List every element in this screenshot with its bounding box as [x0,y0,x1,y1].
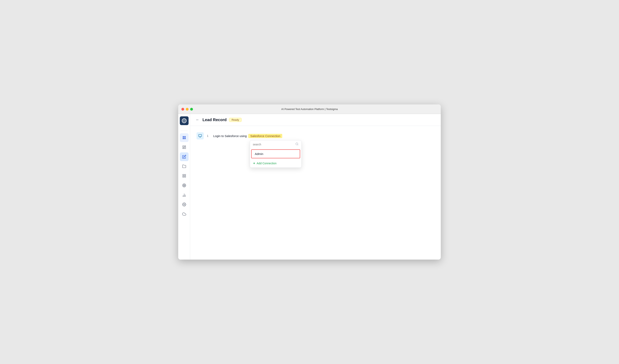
maximize-button[interactable] [190,108,193,111]
step-connection-highlight[interactable]: Salesforce Connection [248,134,282,138]
back-button[interactable]: ← [195,117,200,123]
sidebar-item-analytics[interactable] [180,191,189,199]
page-header: ← Lead Record Ready [190,114,441,126]
sidebar-item-integrations[interactable] [180,210,189,218]
svg-rect-7 [184,176,186,177]
target-icon [182,183,186,187]
minimize-button[interactable] [186,108,189,111]
folder-icon [182,164,186,168]
svg-rect-2 [184,147,186,149]
add-connection-label: Add Connection [257,162,277,165]
page-title: Lead Record [202,118,226,122]
svg-point-19 [296,143,298,145]
svg-rect-4 [183,174,184,176]
grid-icon [182,136,186,140]
svg-rect-6 [183,176,184,177]
titlebar: AI Powered Test Automation Platform | Te… [178,104,441,114]
sidebar-item-test-cases[interactable] [180,152,189,161]
sidebar-item-test-suites[interactable] [180,162,189,171]
edit-icon [182,155,186,159]
step-number: 1 [207,134,210,138]
apps-icon [182,174,186,178]
plus-icon: + [253,162,255,165]
sidebar [178,114,190,260]
dashboard-icon [182,145,186,149]
traffic-lights [182,108,193,111]
dropdown-search-row [250,140,301,149]
main-layout: ← Lead Record Ready 1 [178,114,441,260]
sidebar-item-environments[interactable] [180,181,189,190]
monitor-icon [198,134,202,138]
step-icon [197,132,204,140]
connection-dropdown: Admin + Add Connection [250,140,302,168]
svg-point-10 [184,185,184,186]
sidebar-divider-1 [181,131,188,131]
sidebar-item-reports[interactable] [180,143,189,152]
search-icon [295,142,298,146]
status-badge: Ready [229,118,242,122]
sidebar-item-settings[interactable] [180,200,189,209]
step-text-prefix: Login to Salesforce using [213,134,247,138]
svg-rect-1 [184,146,186,147]
chart-icon [182,193,186,197]
admin-label: Admin [255,152,263,155]
close-button[interactable] [182,108,184,111]
app-logo[interactable] [180,116,189,125]
add-connection-button[interactable]: + Add Connection [250,159,301,168]
logo-icon [182,118,187,123]
svg-line-20 [297,145,298,145]
svg-rect-16 [199,134,202,137]
search-input[interactable] [253,143,294,146]
step-text: Login to Salesforce using Salesforce Con… [213,134,282,138]
window-title: AI Powered Test Automation Platform | Te… [281,108,338,111]
svg-rect-3 [183,148,184,149]
dropdown-item-admin[interactable]: Admin [251,149,300,158]
svg-point-9 [183,184,185,186]
test-area: 1 Login to Salesforce using Salesforce C… [190,126,441,260]
step-row-1: 1 Login to Salesforce using Salesforce C… [195,130,436,142]
app-window: AI Powered Test Automation Platform | Te… [178,104,441,260]
svg-rect-5 [184,174,186,176]
content-area: ← Lead Record Ready 1 [190,114,441,260]
svg-rect-0 [183,146,184,147]
sidebar-item-applications[interactable] [180,171,189,180]
settings-icon [182,202,186,207]
cloud-icon [182,212,186,216]
sidebar-item-dashboard[interactable] [180,133,189,142]
svg-point-15 [183,204,184,205]
